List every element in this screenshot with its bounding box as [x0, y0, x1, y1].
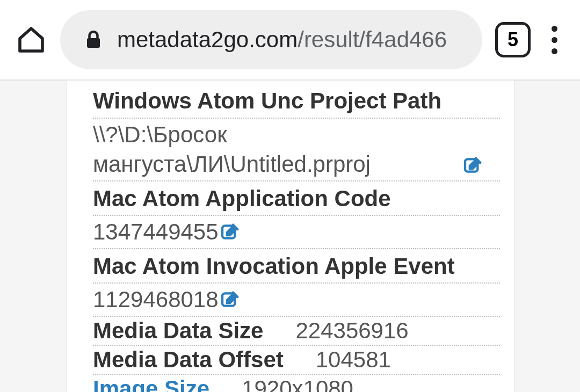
kebab-icon — [552, 37, 557, 43]
kebab-icon — [552, 26, 557, 32]
metadata-label-link[interactable]: Image Size — [93, 376, 209, 392]
metadata-value-row: 1347449455 — [93, 216, 500, 249]
metadata-value: 1347449455 — [93, 217, 219, 246]
metadata-pair-row: Image Size 1920x1080 — [93, 375, 500, 392]
edit-button[interactable] — [462, 155, 484, 176]
metadata-pair-row: Media Data Size 224356916 — [93, 317, 500, 346]
browser-toolbar: metadata2go.com/result/f4ad466 5 — [0, 0, 580, 81]
page-body: Windows Atom Unc Project Path \\?\D:\Бро… — [0, 81, 580, 392]
edit-button[interactable] — [220, 221, 241, 243]
metadata-value: 1920x1080 — [242, 376, 353, 392]
metadata-pair-row: Media Data Offset 104581 — [93, 346, 500, 375]
url-path: /result/f4ad466 — [298, 27, 447, 52]
url-domain: metadata2go.com — [117, 27, 298, 52]
url-bar[interactable]: metadata2go.com/result/f4ad466 — [60, 10, 482, 69]
edit-icon — [220, 221, 241, 243]
edit-icon — [462, 155, 484, 176]
metadata-value-row: \\?\D:\Бросок мангуста\ЛИ\Untitled.prpro… — [93, 119, 500, 182]
metadata-card: Windows Atom Unc Project Path \\?\D:\Бро… — [67, 81, 514, 392]
metadata-value: 224356916 — [295, 318, 408, 344]
tabs-count: 5 — [508, 28, 518, 51]
home-button[interactable] — [15, 24, 47, 56]
kebab-icon — [552, 48, 557, 54]
metadata-value: \\?\D:\Бросок мангуста\ЛИ\Untitled.prpro… — [93, 120, 458, 179]
metadata-value: 104581 — [316, 347, 391, 373]
metadata-value: 1129468018 — [93, 285, 219, 314]
edit-button[interactable] — [220, 289, 241, 310]
tabs-button[interactable]: 5 — [495, 22, 531, 57]
metadata-label: Media Data Size — [93, 318, 263, 344]
metadata-label: Mac Atom Application Code — [93, 184, 500, 214]
metadata-label-row: Mac Atom Invocation Apple Event — [93, 249, 500, 284]
metadata-label-row: Windows Atom Unc Project Path — [93, 84, 500, 119]
metadata-value-row: 1129468018 — [93, 284, 500, 316]
metadata-label: Windows Atom Unc Project Path — [93, 86, 500, 117]
metadata-label: Mac Atom Invocation Apple Event — [93, 251, 500, 282]
metadata-label: Media Data Offset — [93, 347, 284, 373]
edit-icon — [220, 289, 241, 310]
home-icon — [16, 25, 46, 55]
lock-icon — [84, 29, 103, 50]
overflow-menu-button[interactable] — [543, 26, 565, 54]
metadata-label-row: Mac Atom Application Code — [93, 182, 500, 216]
url-text: metadata2go.com/result/f4ad466 — [117, 27, 447, 53]
svg-rect-0 — [87, 38, 100, 48]
